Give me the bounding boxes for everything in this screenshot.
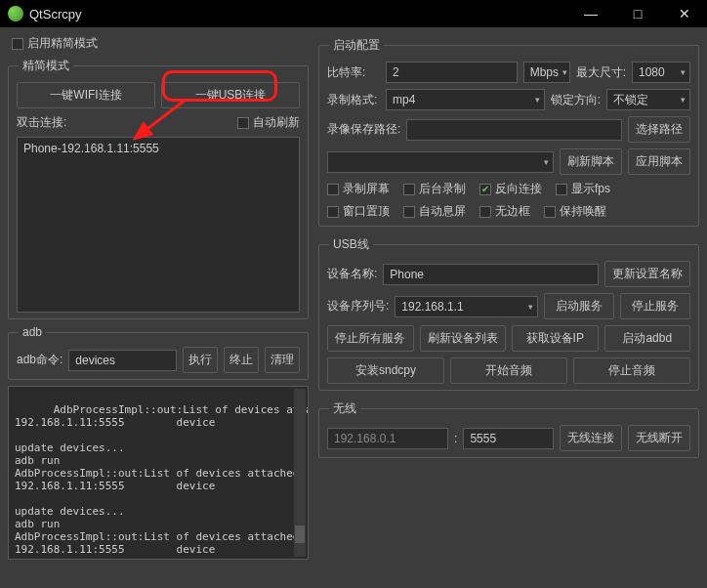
exec-button[interactable]: 执行	[183, 347, 218, 373]
auto-refresh-checkbox[interactable]: 自动刷新	[237, 114, 300, 131]
port-input[interactable]: 5555	[463, 428, 554, 449]
savepath-input[interactable]	[406, 119, 622, 141]
colon-label: :	[454, 432, 457, 445]
console-text: AdbProcessImpl::out:List of devices atta…	[15, 403, 309, 556]
recfmt-select[interactable]: mp4▾	[386, 89, 545, 110]
dblclick-label: 双击连接:	[17, 114, 66, 131]
wifi-connect-button[interactable]: 一键WIFI连接	[17, 82, 155, 108]
lockdir-select[interactable]: 不锁定▾	[606, 89, 690, 110]
usb-group: USB线 设备名称: Phone 更新设置名称 设备序列号: 192.168.1…	[318, 236, 699, 391]
update-name-button[interactable]: 更新设置名称	[604, 261, 690, 287]
simple-mode-group: 精简模式 一键WIFI连接 一键USB连接 双击连接: 自动刷新 Phone-1…	[8, 58, 309, 319]
bitrate-input[interactable]: 2	[386, 62, 518, 83]
bitrate-unit-select[interactable]: Mbps▾	[523, 62, 570, 83]
titlebar: QtScrcpy — □ ✕	[0, 0, 707, 27]
devname-input[interactable]: Phone	[383, 264, 599, 285]
console-scrollbar[interactable]	[294, 389, 306, 557]
start-adbd-button[interactable]: 启动adbd	[604, 325, 691, 352]
lockdir-label: 锁定方向:	[551, 92, 601, 108]
stop-all-button[interactable]: 停止所有服务	[327, 325, 414, 352]
maxsize-select[interactable]: 1080▾	[632, 62, 690, 83]
console-output[interactable]: AdbProcessImpl::out:List of devices atta…	[8, 386, 309, 560]
wifi-disconnect-button[interactable]: 无线断开	[628, 425, 690, 451]
adb-cmd-input[interactable]: devices	[68, 350, 177, 371]
apply-script-button[interactable]: 应用脚本	[628, 148, 690, 175]
stop-audio-button[interactable]: 停止音频	[573, 357, 690, 384]
adb-legend: adb	[19, 325, 46, 339]
auto-refresh-label: 自动刷新	[253, 114, 300, 131]
stop-service-button[interactable]: 停止服务	[620, 293, 690, 319]
devserial-label: 设备序列号:	[327, 298, 389, 315]
refresh-devices-button[interactable]: 刷新设备列表	[420, 325, 507, 352]
list-item[interactable]: Phone-192.168.1.11:5555	[20, 140, 297, 157]
wifi-group: 无线 192.168.0.1 : 5555 无线连接 无线断开	[318, 400, 699, 458]
wifi-legend: 无线	[329, 400, 360, 417]
select-path-button[interactable]: 选择路径	[628, 116, 690, 143]
simple-mode-legend: 精简模式	[19, 58, 73, 74]
maximize-button[interactable]: □	[623, 6, 652, 21]
script-select[interactable]: ▾	[327, 151, 554, 173]
enable-simple-checkbox[interactable]: 启用精简模式	[12, 35, 98, 52]
scrollbar-thumb[interactable]	[295, 525, 305, 543]
app-title: QtScrcpy	[29, 7, 576, 21]
bitrate-label: 比特率:	[327, 64, 380, 81]
devname-label: 设备名称:	[327, 266, 377, 282]
install-sndcpy-button[interactable]: 安装sndcpy	[327, 357, 444, 384]
adb-group: adb adb命令: devices 执行 终止 清理	[8, 325, 309, 380]
start-config-legend: 启动配置	[329, 37, 384, 54]
start-config-group: 启动配置 比特率: 2 Mbps▾ 最大尺寸: 1080▾ 录制格式: mp4▾…	[318, 37, 699, 227]
noborder-checkbox[interactable]: 无边框	[479, 203, 530, 220]
record-checkbox[interactable]: 录制屏幕	[327, 181, 390, 197]
enable-simple-label: 启用精简模式	[27, 35, 98, 52]
reverse-checkbox[interactable]: ✔反向连接	[479, 181, 542, 197]
autosleep-checkbox[interactable]: 自动息屏	[403, 203, 466, 220]
app-icon	[8, 6, 23, 21]
ip-input[interactable]: 192.168.0.1	[327, 428, 448, 449]
keepwake-checkbox[interactable]: 保持唤醒	[544, 203, 606, 220]
ontop-checkbox[interactable]: 窗口置顶	[327, 203, 390, 220]
usb-connect-button[interactable]: 一键USB连接	[161, 82, 300, 108]
start-service-button[interactable]: 启动服务	[544, 293, 614, 319]
fps-checkbox[interactable]: 显示fps	[556, 181, 610, 197]
savepath-label: 录像保存路径:	[327, 121, 400, 138]
refresh-script-button[interactable]: 刷新脚本	[560, 148, 622, 175]
device-listbox[interactable]: Phone-192.168.1.11:5555	[17, 137, 300, 313]
minimize-button[interactable]: —	[576, 6, 605, 21]
get-ip-button[interactable]: 获取设备IP	[512, 325, 599, 352]
usb-legend: USB线	[329, 236, 373, 253]
recfmt-label: 录制格式:	[327, 92, 380, 108]
clear-button[interactable]: 清理	[265, 347, 300, 373]
devserial-select[interactable]: 192.168.1.1▾	[395, 296, 538, 317]
wifi-connect2-button[interactable]: 无线连接	[560, 425, 622, 451]
terminate-button[interactable]: 终止	[224, 347, 259, 373]
close-button[interactable]: ✕	[670, 6, 699, 21]
adb-cmd-label: adb命令:	[17, 352, 62, 368]
bgrecord-checkbox[interactable]: 后台录制	[403, 181, 466, 197]
start-audio-button[interactable]: 开始音频	[450, 357, 567, 384]
maxsize-label: 最大尺寸:	[576, 64, 626, 81]
